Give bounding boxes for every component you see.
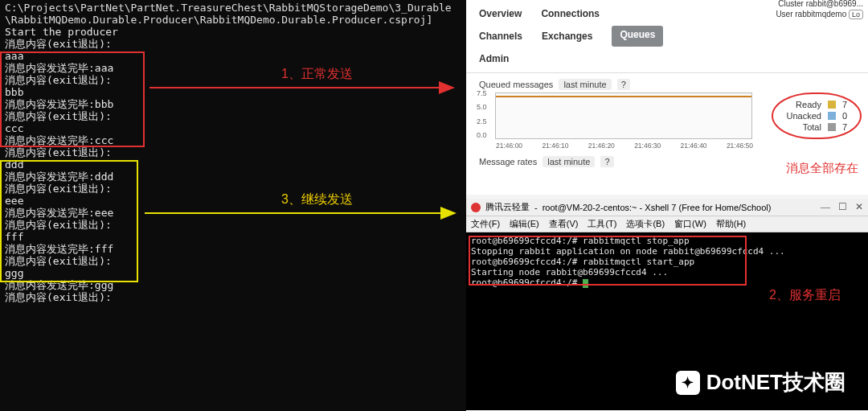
titlebar[interactable]: 腾讯云轻量 - root@VM-20-2-centos:~ - Xshell 7… xyxy=(466,199,868,216)
chart-line-total xyxy=(496,96,751,97)
y-axis-ticks: 7.5 5.0 2.5 0.0 xyxy=(477,89,487,139)
input-msg: eee xyxy=(5,195,461,207)
cluster-info: Cluster rabbit@b6969... User rabbitmqdem… xyxy=(776,0,863,20)
filter-last-minute-2[interactable]: last minute xyxy=(542,156,595,167)
shell-line: root@b69699cfccd4:/# rabbitmqctl stop_ap… xyxy=(471,236,863,246)
xshell-body[interactable]: root@b69699cfccd4:/# rabbitmqctl stop_ap… xyxy=(466,232,868,291)
annotation-3: 3、继续发送 xyxy=(281,191,353,208)
prompt-line: 消息内容(exit退出): xyxy=(5,255,461,267)
input-msg: ccc xyxy=(5,122,461,134)
close-button[interactable]: ✕ xyxy=(855,201,863,213)
app-icon xyxy=(471,203,481,212)
sent-msg: 消息内容发送完毕:aaa xyxy=(5,62,461,74)
prompt-line: 消息内容(exit退出): xyxy=(5,110,461,122)
x-axis-ticks: 21:46:00 21:46:10 21:46:20 21:46:30 21:4… xyxy=(496,142,753,150)
prompt-line: 消息内容(exit退出): xyxy=(5,291,461,303)
tab-queues[interactable]: Queues xyxy=(612,26,663,47)
help-icon[interactable]: ? xyxy=(617,79,630,90)
shell-line: Stopping rabbit application on node rabb… xyxy=(471,246,863,257)
sent-msg: 消息内容发送完毕:ddd xyxy=(5,171,461,183)
tab-connections[interactable]: Connections xyxy=(541,3,600,24)
menu-window[interactable]: 窗口(W) xyxy=(674,218,706,230)
swatch-total xyxy=(828,123,836,131)
filter-last-minute[interactable]: last minute xyxy=(559,79,611,90)
menu-view[interactable]: 查看(V) xyxy=(549,218,579,230)
annotation-1: 1、正常发送 xyxy=(281,66,353,83)
prompt-line: 消息内容(exit退出): xyxy=(5,219,461,231)
input-msg: ggg xyxy=(5,267,461,279)
swatch-ready xyxy=(828,101,836,109)
queued-header: Queued messages last minute ? xyxy=(466,76,868,92)
cursor-icon xyxy=(583,279,588,288)
annotation-restart: 2、服务重启 xyxy=(769,287,841,304)
producer-terminal: C:\Projects\PartNet\PartNet.TreasureChes… xyxy=(0,0,466,411)
annotation-all-exist: 消息全部存在 xyxy=(786,161,858,176)
queued-chart: 7.5 5.0 2.5 0.0 21:46:00 21:46:10 21:46:… xyxy=(495,92,752,139)
sent-msg: 消息内容发送完毕:eee xyxy=(5,207,461,219)
input-msg: aaa xyxy=(5,50,461,62)
rabbitmq-admin-panel: Cluster rabbit@b6969... User rabbitmqdem… xyxy=(466,0,868,195)
menu-help[interactable]: 帮助(H) xyxy=(716,218,746,230)
tab-exchanges[interactable]: Exchanges xyxy=(542,26,592,47)
menu-file[interactable]: 文件(F) xyxy=(471,218,500,230)
help-icon-2[interactable]: ? xyxy=(600,156,613,167)
minimize-button[interactable]: — xyxy=(821,201,830,213)
chart-legend: Ready7 Unacked0 Total7 xyxy=(772,92,862,139)
input-msg: bbb xyxy=(5,86,461,98)
menu-tools[interactable]: 工具(T) xyxy=(588,218,616,230)
window-title: root@VM-20-2-centos:~ - Xshell 7 (Free f… xyxy=(542,203,772,212)
sent-msg: 消息内容发送完毕:bbb xyxy=(5,98,461,110)
project-path: C:\Projects\PartNet\PartNet.TreasureChes… xyxy=(5,2,461,26)
prompt-line: 消息内容(exit退出): xyxy=(5,74,461,86)
start-line: Start the producer xyxy=(5,26,461,38)
tab-channels[interactable]: Channels xyxy=(479,26,522,47)
sent-msg: 消息内容发送完毕:ccc xyxy=(5,134,461,146)
input-msg: fff xyxy=(5,231,461,243)
shell-line: root@b69699cfccd4:/# rabbitmqctl start_a… xyxy=(471,257,863,267)
swatch-unacked xyxy=(828,112,836,120)
user-badge: Lo xyxy=(849,10,863,19)
menu-edit[interactable]: 编辑(E) xyxy=(510,218,539,230)
input-msg: ddd xyxy=(5,158,461,171)
shell-line: Starting node rabbit@b69699cfccd4 ... xyxy=(471,267,863,277)
sent-msg: 消息内容发送完毕:fff xyxy=(5,243,461,255)
prompt-line: 消息内容(exit退出): xyxy=(5,146,461,158)
tab-admin[interactable]: Admin xyxy=(479,48,855,69)
menubar: 文件(F) 编辑(E) 查看(V) 工具(T) 选项卡(B) 窗口(W) 帮助(… xyxy=(466,216,868,232)
menu-tabs[interactable]: 选项卡(B) xyxy=(626,218,665,230)
prompt-line: 消息内容(exit退出): xyxy=(5,183,461,195)
tab-overview[interactable]: Overview xyxy=(479,3,522,24)
sent-msg: 消息内容发送完毕:ggg xyxy=(5,279,461,291)
prompt-line: 消息内容(exit退出): xyxy=(5,38,461,50)
maximize-button[interactable]: ☐ xyxy=(838,201,847,213)
xshell-window: 腾讯云轻量 - root@VM-20-2-centos:~ - Xshell 7… xyxy=(466,199,868,410)
console-block-1: aaa消息内容发送完毕:aaa消息内容(exit退出):bbb消息内容发送完毕:… xyxy=(5,50,461,146)
console-block-2: ddd消息内容发送完毕:ddd消息内容(exit退出):eee消息内容发送完毕:… xyxy=(5,158,461,303)
